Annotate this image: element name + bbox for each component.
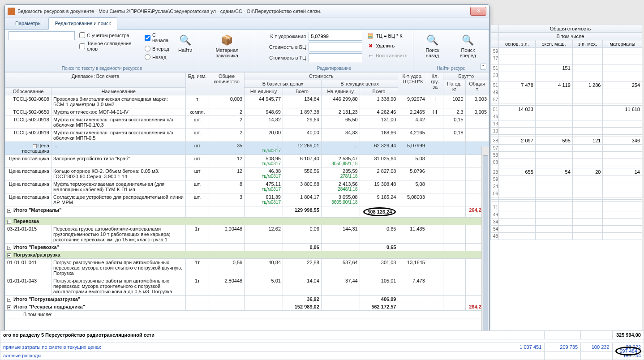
right-row: 382 097595121346 <box>491 137 642 145</box>
grid-area: Диапазон: Вся смета Ед. изм. Общее колич… <box>5 72 489 331</box>
chk-forward[interactable]: Вперед <box>143 45 173 52</box>
find-button[interactable]: 🔍 Найти <box>176 31 195 55</box>
right-row: 71 <box>491 204 642 211</box>
customer-material-button[interactable]: 📦 Материал заказчика <box>203 31 251 60</box>
group-row[interactable]: − Перевозка <box>5 218 489 225</box>
right-row: 24 <box>491 183 642 190</box>
chk-back[interactable]: Назад <box>143 53 173 61</box>
ribbon-group-search-text: С учетом регистра Точное совпадение слов… <box>5 30 199 72</box>
bottom-summary: ого по разделу 5 Переустройство радиотра… <box>0 330 644 360</box>
right-row: 23655542014 <box>491 168 642 176</box>
table-row[interactable]: 01-01-01-043Погрузо-разгрузочные работы … <box>5 277 489 296</box>
right-row: 57 <box>491 96 642 103</box>
resource-grid[interactable]: Диапазон: Вся смета Ед. изм. Общее колич… <box>5 72 489 318</box>
delete-icon: ✖ <box>367 42 374 49</box>
search-icon: 🔍 <box>178 33 193 47</box>
resource-statement-dialog: Ведомость ресурсов в документе - Мои Сме… <box>4 4 489 331</box>
app-icon <box>8 8 15 15</box>
restore-icon: ↩ <box>367 52 374 59</box>
search-fwd-button[interactable]: 🔍 Поиск вперед <box>451 31 485 60</box>
ribbon-group-material: 📦 Материал заказчика <box>199 30 255 72</box>
search-text-input[interactable] <box>9 31 75 40</box>
delete-item[interactable]: ✖Удалить <box>365 41 409 50</box>
search-back-button[interactable]: 🔍 Поиск назад <box>417 31 448 60</box>
table-row[interactable]: ТССЦ-502-0919Муфта полиэтиленовая: пряма… <box>5 129 489 142</box>
table-row[interactable]: ТССЦ-502-0918Муфта полиэтиленовая: пряма… <box>5 116 489 129</box>
search-fwd-icon: 🔍 <box>461 33 475 47</box>
table-row[interactable]: −Цена поставщика...шт35...тц/м081712 269… <box>5 142 489 155</box>
hdr-class: Кл. гру-за <box>427 73 443 95</box>
right-row: 10 <box>491 128 642 135</box>
table-row[interactable]: Цена поставщикаЗапорное устройство типа … <box>5 155 489 167</box>
right-row: 59 <box>491 176 642 183</box>
chk-whole-words[interactable]: Точное совпадение слов <box>77 40 140 52</box>
right-row: 49 <box>491 89 642 96</box>
right-row: 517 4784 1191 286254 <box>491 81 642 89</box>
tab-edit-search[interactable]: Редактирование и поиск <box>48 17 118 30</box>
right-row: 54 <box>491 226 642 233</box>
right-row: 06 <box>491 190 642 197</box>
table-row[interactable]: Цена поставщикаМуфта термоусаживаемая со… <box>5 180 489 193</box>
ribbon-group-editing: К-т удорожания Стоимость в БЦ Стоимость … <box>255 30 413 72</box>
hdr-unit: Ед. изм. <box>186 73 209 95</box>
calc-icon: 🧮 <box>367 32 374 39</box>
table-row[interactable]: Цена поставщикаСогласующее устройство дл… <box>5 193 489 206</box>
close-button[interactable]: ✕ <box>470 7 486 16</box>
right-row: 88 <box>491 159 642 166</box>
right-row: 5114 03311 618 <box>491 106 642 113</box>
window-title: Ведомость ресурсов в документе - Мои Сме… <box>17 9 470 14</box>
hdr-cost: Стоимость <box>245 73 398 80</box>
material-icon: 📦 <box>220 33 234 47</box>
cost-tc-input[interactable] <box>309 53 362 62</box>
hdr-coeff: К-т удор. ТЦ=БЦ*К <box>398 73 427 95</box>
titlebar: Ведомость ресурсов в документе - Мои Сме… <box>5 5 489 17</box>
search-back-icon: 🔍 <box>425 33 440 47</box>
group-row[interactable]: − Погрузка/разгрузка <box>5 251 489 259</box>
hdr-brutto: Брутто <box>443 73 489 80</box>
table-row[interactable]: 03-21-01-015Перевозка грузов автомобилям… <box>5 225 489 244</box>
ribbon-group-find-resource: 🔍 Поиск назад 🔍 Поиск вперед Найти ресур… <box>413 30 489 72</box>
hdr-range: Диапазон: Вся смета <box>5 73 186 88</box>
collapse-ribbon-icon[interactable]: ⌃ <box>480 64 486 70</box>
chk-from-start[interactable]: С начала <box>143 31 173 44</box>
table-row[interactable]: ТССЦ-502-0650Муфта оптическая: МОГ-М-01-… <box>5 108 489 116</box>
total-row: + Итого "Материалы"129 998,55508 126,242… <box>5 206 489 218</box>
right-row: 34 <box>491 219 642 226</box>
right-row: 51151 <box>491 64 642 72</box>
table-row[interactable]: Цена поставщикаКольцо опорное КО-2. Объе… <box>5 167 489 180</box>
ribbon-tabs: Параметры Редактирование и поиск <box>5 17 489 30</box>
coeff-input[interactable] <box>309 32 362 41</box>
right-row: 49 <box>491 211 642 219</box>
circled-total: 697 484 <box>615 347 641 356</box>
right-row: 46 <box>491 113 642 120</box>
total-row: + Итого "Погрузка/разгрузка"36,92406,09 <box>5 296 489 303</box>
chk-case-sensitive[interactable]: С учетом регистра <box>77 31 140 39</box>
table-row[interactable]: 01-01-01-041Погрузо-разгрузочные работы … <box>5 259 489 277</box>
right-row: 33 <box>491 72 642 79</box>
cost-bc-input[interactable] <box>309 43 362 51</box>
ribbon: С учетом регистра Точное совпадение слов… <box>5 30 489 72</box>
total-row: + Итого "Перевозка"0,060,65 <box>5 244 489 251</box>
formula-item[interactable]: 🧮ТЦ = БЦ * К <box>365 31 409 40</box>
hdr-qty: Общее количество <box>209 73 244 95</box>
table-row[interactable]: ТССЦ-502-0608Проволока биметаллическая с… <box>5 95 489 108</box>
right-row: 48 <box>491 233 642 240</box>
right-row: 53 <box>491 152 642 159</box>
right-row: 59 <box>491 48 642 55</box>
right-row: 97 <box>491 145 642 152</box>
right-row: 77 <box>491 55 642 62</box>
restore-item: ↩Восстановить <box>365 51 409 60</box>
total-row: + Итого "Ресурсы подрядчика"152 989,0256… <box>5 303 489 311</box>
right-row: 13 <box>491 120 642 128</box>
vertical-scrollbar[interactable] <box>481 146 489 331</box>
tab-parameters[interactable]: Параметры <box>9 17 48 29</box>
right-cost-panel: Общая стоимость В том числе основ. з.п. … <box>490 25 642 358</box>
